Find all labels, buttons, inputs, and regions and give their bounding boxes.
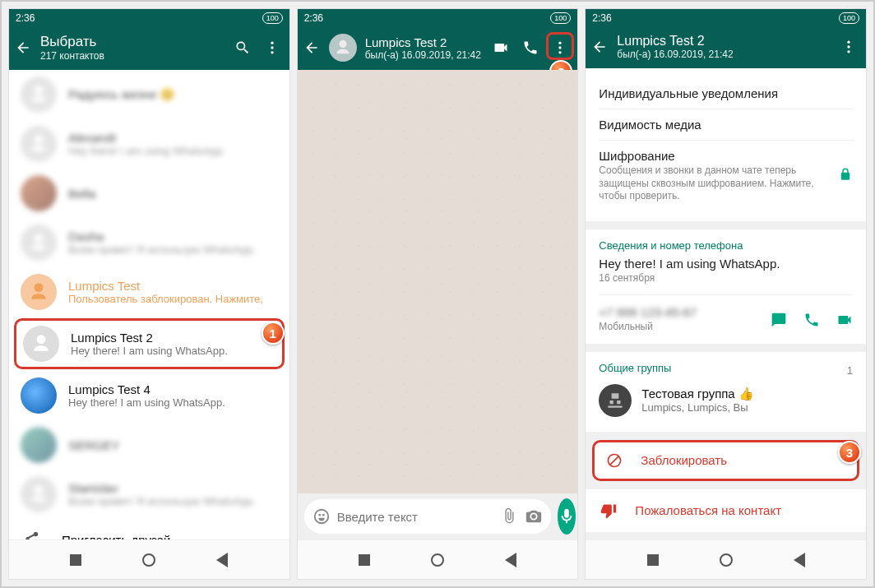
nav-back[interactable]: [794, 553, 805, 567]
nav-back[interactable]: [505, 553, 516, 567]
call-icon[interactable]: [803, 312, 820, 328]
svg-point-1: [271, 46, 273, 49]
about-label: Сведения и номер телефона: [599, 239, 853, 252]
nav-home[interactable]: [720, 553, 733, 567]
battery-icon: 100: [262, 12, 283, 24]
search-icon[interactable]: [234, 39, 252, 57]
groups-label: Общие группы: [599, 362, 671, 374]
report-button[interactable]: Пожаловаться на контакт: [586, 489, 866, 532]
back-icon[interactable]: [303, 39, 321, 57]
battery-icon: 100: [550, 12, 571, 24]
list-item-blocked[interactable]: Lumpics TestПользователь заблокирован. Н…: [9, 267, 289, 317]
profile-subtitle: был(-а) 16.09.2019, 21:42: [617, 49, 831, 60]
custom-notifications[interactable]: Индивидуальные уведомления: [599, 78, 853, 109]
status-bar: 2:36 100: [298, 9, 578, 27]
group-item[interactable]: Тестовая группа 👍 Lumpics, Lumpics, Вы: [599, 379, 853, 422]
thumbs-down-icon: [600, 502, 617, 519]
battery-icon: 100: [839, 12, 859, 24]
header: Выбрать 217 контактов: [9, 27, 289, 70]
screen-chat: 2:36 100 Lumpics Test 2 был(-а) 16.09.20…: [297, 8, 579, 580]
groups-count: 1: [847, 364, 853, 377]
profile-header: Lumpics Test 2 был(-а) 16.09.2019, 21:42: [586, 27, 866, 68]
message-input-container[interactable]: [304, 499, 551, 534]
status-bar: 2:36 100: [9, 9, 289, 27]
profile-body: Индивидуальные уведомления Видимость мед…: [586, 68, 866, 539]
lock-icon: [838, 167, 853, 184]
message-input[interactable]: [337, 510, 493, 524]
status-time: 2:36: [304, 12, 323, 24]
status-time: 2:36: [592, 12, 611, 24]
list-item[interactable]: DashaВсем привет! Я использую WhatsApp.: [9, 218, 289, 267]
profile-title: Lumpics Test 2: [617, 34, 831, 49]
chat-title: Lumpics Test 2: [365, 35, 484, 49]
media-visibility[interactable]: Видимость медиа: [599, 109, 853, 140]
nav-recents[interactable]: [647, 554, 659, 566]
svg-point-8: [847, 50, 850, 53]
page-subtitle: 217 контактов: [40, 50, 225, 62]
android-navbar: [298, 539, 578, 579]
nav-recents[interactable]: [359, 554, 370, 566]
nav-home[interactable]: [431, 553, 444, 567]
nav-back[interactable]: [216, 553, 228, 567]
nav-recents[interactable]: [70, 554, 81, 566]
attach-icon[interactable]: [500, 507, 518, 525]
camera-icon[interactable]: [525, 507, 543, 525]
back-icon[interactable]: [14, 39, 32, 57]
list-item-selected[interactable]: Lumpics Test 2Hey there! I am using What…: [14, 318, 285, 369]
list-item[interactable]: Радуюсь жизни 😊: [9, 70, 289, 119]
more-icon[interactable]: [840, 38, 858, 56]
svg-point-6: [847, 41, 850, 44]
more-icon[interactable]: [263, 39, 281, 57]
list-item[interactable]: SERGEY: [9, 420, 289, 470]
phone-number-row[interactable]: +7 999 123-45-67 Мобильный: [599, 305, 853, 334]
message-icon[interactable]: [771, 312, 787, 328]
step-badge-1: 1: [262, 322, 285, 345]
contact-list: Радуюсь жизни 😊 AlexandrHey there! I am …: [9, 70, 289, 539]
screen-profile: 2:36 100 Lumpics Test 2 был(-а) 16.09.20…: [585, 8, 867, 580]
list-item[interactable]: AlexandrHey there! I am using WhatsApp.: [9, 119, 289, 169]
input-bar: [298, 493, 578, 539]
emoji-icon[interactable]: [312, 507, 331, 525]
list-item[interactable]: Lumpics Test 4Hey there! I am using What…: [9, 371, 289, 420]
chat-subtitle: был(-а) 16.09.2019, 21:42: [365, 49, 484, 61]
back-icon[interactable]: [590, 38, 609, 56]
encryption[interactable]: Шифрование Сообщения и звонки в данном ч…: [599, 141, 853, 211]
chat-body: [298, 70, 578, 493]
invite-friends[interactable]: Пригласить друзей: [9, 519, 289, 539]
mic-button[interactable]: [558, 498, 576, 535]
video-icon[interactable]: [836, 312, 853, 328]
about-date: 16 сентября: [599, 272, 853, 285]
page-title: Выбрать: [40, 34, 225, 50]
call-icon[interactable]: [521, 39, 539, 57]
nav-home[interactable]: [142, 553, 155, 567]
block-icon: [606, 452, 623, 469]
list-item[interactable]: Bella: [9, 169, 289, 218]
svg-point-7: [847, 45, 850, 48]
status-bar: 2:36 100: [586, 9, 866, 27]
svg-point-2: [271, 51, 273, 53]
block-button[interactable]: Заблокировать: [592, 440, 859, 481]
screen-contacts: 2:36 100 Выбрать 217 контактов Радуюсь ж…: [8, 8, 290, 580]
avatar[interactable]: [329, 34, 357, 62]
android-navbar: [9, 539, 289, 579]
android-navbar: [586, 539, 866, 579]
share-icon: [22, 530, 40, 539]
about-text: Hey there! I am using WhatsApp.: [599, 257, 853, 271]
highlight-more: [546, 32, 574, 60]
status-time: 2:36: [16, 12, 35, 24]
video-call-icon[interactable]: [492, 39, 510, 57]
svg-point-0: [271, 42, 273, 44]
step-badge-3: 3: [838, 441, 861, 464]
chat-header[interactable]: Lumpics Test 2 был(-а) 16.09.2019, 21:42: [298, 27, 578, 70]
list-item[interactable]: StanislavВсем привет! Я использую WhatsA…: [9, 470, 289, 519]
